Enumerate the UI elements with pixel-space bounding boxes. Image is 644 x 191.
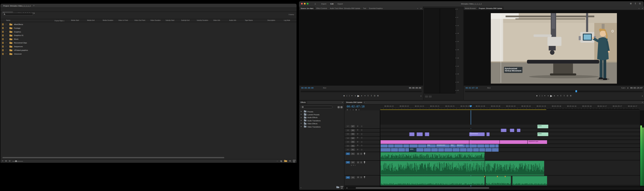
play-icon[interactable]: ▶ [358, 95, 360, 98]
track-lock-icon[interactable]: ◻ [361, 129, 362, 131]
track-header-v2[interactable]: V2V2⊙◻ [344, 144, 380, 148]
bin-row-graphics-01[interactable]: ›Graphics 01 [0, 34, 296, 37]
track-target[interactable]: A1 [351, 153, 355, 155]
clip-video[interactable] [405, 148, 409, 152]
step-back-icon[interactable]: ◂ [355, 95, 356, 97]
track-target[interactable]: A3 [351, 176, 355, 179]
find-icon[interactable] [280, 160, 282, 162]
clip-video[interactable] [479, 148, 485, 152]
clip-video[interactable] [485, 148, 492, 152]
timeline-edit-icon[interactable]: ⊞ [346, 187, 348, 189]
track-output-eye-icon[interactable]: ⊙ [357, 144, 358, 147]
panel-menu-icon[interactable]: ≡ [419, 6, 423, 10]
track-target[interactable]: A2 [351, 161, 355, 164]
panel-menu-icon[interactable]: ≡ [341, 101, 344, 104]
column-header-media-duration[interactable]: Media Duration [103, 20, 118, 21]
track-lock-icon[interactable]: ◻ [361, 133, 362, 135]
clip-video[interactable] [380, 144, 388, 148]
effects-folder-lumetri-presets[interactable]: ▸Lumetri Presets [299, 113, 344, 116]
clip-video[interactable] [438, 148, 444, 152]
track-target[interactable]: V4 [351, 137, 355, 139]
close-window-button[interactable] [301, 3, 303, 5]
mute-button[interactable]: M [357, 161, 359, 164]
source-patch[interactable]: V7 [346, 125, 350, 128]
clip-video[interactable] [495, 144, 499, 148]
column-header-media-end[interactable]: Media End [87, 20, 103, 21]
overflow-icon[interactable]: » [637, 6, 640, 10]
playback-resolution-select[interactable]: Full ▾ [622, 87, 625, 89]
freeform-view-icon[interactable]: ⊟ [9, 160, 10, 162]
track-header-v7[interactable]: V7V7⊙◻ [344, 125, 380, 129]
column-header-subclip-start[interactable]: Subclip Start [166, 20, 181, 21]
source-patch[interactable]: A2 [346, 161, 350, 164]
disclosure-icon[interactable]: › [6, 38, 6, 40]
disclosure-icon[interactable]: › [6, 34, 6, 36]
tab-text[interactable]: Text [362, 6, 368, 10]
clip-graphic[interactable] [409, 132, 414, 136]
chevron-down-icon[interactable]: ▾ [353, 165, 354, 166]
column-header-tape-name[interactable]: Tape Name [245, 20, 267, 21]
tab-audio-track-mixer-shmadzu-bwi-update[interactable]: Audio Track Mixer: Shmadzu BWI Update [328, 6, 362, 10]
icon-view-icon[interactable]: ⊞ [5, 160, 7, 162]
program-scrubbar[interactable] [465, 91, 643, 92]
column-header-video-info[interactable]: Video Info [213, 20, 229, 21]
disclosure-icon[interactable]: ▸ [301, 110, 302, 113]
clip-video[interactable] [380, 148, 390, 152]
effects-folder-video-transitions[interactable]: ▸Video Transitions [299, 125, 344, 128]
button-editor-icon[interactable]: + [642, 95, 643, 97]
clip-video[interactable] [473, 148, 479, 152]
track-header-a2[interactable]: A2A2MS⊙▾1 [344, 161, 380, 176]
disclosure-icon[interactable]: › [6, 41, 6, 44]
add-marker-icon[interactable]: ◆ [343, 95, 345, 97]
bin-row-footage[interactable]: ›Footage [0, 26, 296, 30]
source-patch[interactable]: V6 [346, 129, 350, 132]
disclosure-icon[interactable]: › [6, 23, 6, 25]
minimize-window-button[interactable] [304, 3, 306, 5]
track-target[interactable]: V7 [351, 125, 355, 128]
mark-out-icon[interactable]: } [542, 95, 542, 97]
track-header-v6[interactable]: V6V6⊙◻ [344, 129, 380, 132]
panel-menu-icon[interactable]: ≡ [33, 4, 34, 6]
mute-button[interactable]: M [357, 153, 359, 155]
column-header-video-in-point[interactable]: Video In Point [118, 20, 134, 21]
clip-video[interactable] [398, 148, 405, 152]
column-header-media-start[interactable]: Media Start [71, 20, 87, 21]
lift-icon[interactable]: ↥ [560, 95, 562, 97]
go-to-in-icon[interactable]: ⇤ [352, 95, 353, 97]
home-icon[interactable]: ⌂ [314, 2, 316, 5]
comparison-view-icon[interactable]: ⊞ [377, 95, 379, 97]
disclosure-icon[interactable]: ▸ [301, 116, 302, 119]
solo-button[interactable]: S [360, 176, 362, 179]
track-target[interactable]: V6 [351, 129, 355, 132]
clip-graphic[interactable] [486, 132, 490, 136]
disclosure-icon[interactable]: › [6, 49, 6, 51]
bin-row-music[interactable]: ›Music [0, 37, 296, 41]
track-lock-icon[interactable]: ◻ [361, 148, 362, 151]
track-header-v3[interactable]: V3V3⊙◻ [344, 140, 380, 144]
track-header-v4[interactable]: V4V4⊙◻ [344, 136, 380, 140]
button-editor-icon[interactable]: + [420, 95, 422, 97]
effects-search-input[interactable] [300, 106, 332, 108]
clip-video[interactable] [460, 148, 466, 152]
voiceover-record-icon[interactable] [364, 176, 365, 178]
tab-essential-graphics[interactable]: Essential Graphics [368, 6, 384, 10]
clip-graphic[interactable] [416, 132, 422, 136]
column-header-video-out-point[interactable]: Video Out Point [134, 20, 150, 21]
clip-adjustment-layer[interactable] [500, 140, 527, 144]
clip-video[interactable] [444, 148, 452, 152]
go-to-in-icon[interactable]: ⇤ [544, 95, 546, 97]
clip-video[interactable] [489, 144, 495, 148]
source-patch[interactable]: V1 [346, 149, 350, 151]
export-frame-icon[interactable]: ⊡ [567, 95, 568, 97]
new-custom-bin-icon[interactable] [336, 186, 339, 188]
workspace-icon[interactable]: ⊞ [630, 2, 632, 5]
step-forward-icon[interactable]: ▸ [361, 95, 362, 97]
lift-icon[interactable]: ↥ [367, 95, 369, 97]
disclosure-icon[interactable]: ▸ [301, 119, 302, 122]
solo-button[interactable]: S [360, 153, 362, 155]
step-forward-icon[interactable]: ▸ [554, 95, 555, 97]
delete-icon[interactable] [341, 187, 342, 189]
clip-video[interactable] [452, 148, 460, 152]
bin-row-sequences[interactable]: ›Sequences [0, 45, 296, 48]
source-patch[interactable]: V2 [346, 145, 350, 147]
